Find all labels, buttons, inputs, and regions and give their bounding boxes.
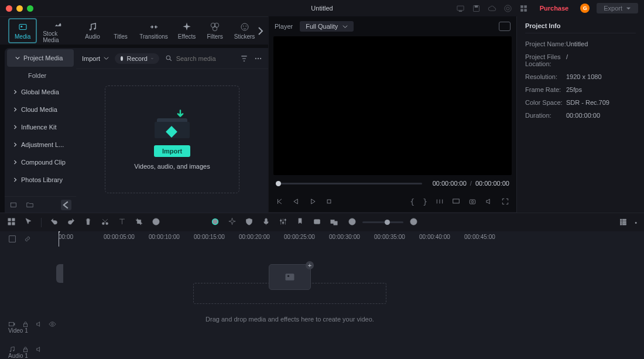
camera-icon[interactable] [468,197,477,207]
svg-point-17 [241,23,248,30]
save-icon[interactable] [472,4,481,13]
quality-dropdown[interactable]: Full Quality [300,21,354,32]
tab-transitions[interactable]: Transitions [135,19,173,42]
marker-icon[interactable] [296,217,304,227]
new-bin-icon[interactable] [9,201,18,209]
shield-icon[interactable] [245,217,254,227]
play-button[interactable] [309,197,317,207]
crop-icon[interactable] [135,217,143,227]
tab-stickers[interactable]: Stickers [229,19,260,42]
stop-button[interactable] [325,197,333,207]
svg-point-16 [213,26,217,31]
maximize-window[interactable] [27,5,33,12]
color-icon[interactable] [211,217,220,227]
track-settings-icon[interactable] [8,235,16,243]
sidebar-item-photos-library[interactable]: Photos Library [5,171,76,189]
mute-icon[interactable] [35,320,43,328]
mark-out[interactable]: } [423,197,427,206]
mute-icon[interactable] [35,346,43,353]
tab-effects[interactable]: Effects [173,19,201,42]
delete-icon[interactable] [84,217,93,227]
sidebar-item-global-media[interactable]: Global Media [5,83,76,101]
track-view-icon[interactable] [619,217,628,227]
cut-icon[interactable] [101,217,109,227]
chevron-down-icon [626,6,631,11]
grid-icon[interactable] [7,217,16,227]
snapshot-icon[interactable] [499,22,511,31]
link-icon[interactable] [23,235,32,243]
speed-icon[interactable] [152,217,160,227]
new-folder-icon[interactable] [26,201,34,209]
undo-icon[interactable] [50,217,59,227]
record-dropdown[interactable]: Record [115,53,159,64]
minimize-window[interactable] [16,5,23,12]
zoom-out-icon[interactable] [348,217,357,227]
user-avatar[interactable]: G [580,4,590,13]
display-icon[interactable] [452,197,460,207]
timeline-ruler[interactable]: 00:0000:00:05:0000:00:10:0000:00:15:0000… [59,231,644,247]
sidebar-item-project-media[interactable]: Project Media [7,49,74,67]
group-icon[interactable] [330,217,338,227]
folder-art [155,109,190,138]
play-rev-button[interactable] [292,197,300,207]
cloud-icon[interactable] [488,4,496,13]
library-tabs: MediaStock MediaAudioTitlesTransitionsEf… [0,16,268,45]
audio-track-icon[interactable] [8,346,16,353]
add-clip-icon[interactable]: + [306,261,314,269]
lock-icon[interactable] [22,320,29,328]
filter-icon[interactable] [240,54,248,63]
zoom-slider[interactable] [362,221,403,223]
purchase-button[interactable]: Purchase [535,4,574,13]
sidebar-item-adjustment-l-[interactable]: Adjustment L... [5,136,76,153]
keyframe-icon[interactable] [313,217,321,227]
close-window[interactable] [6,5,12,12]
video-preview[interactable] [273,36,512,175]
markers-icon[interactable] [436,197,444,207]
tabs-more-icon[interactable] [258,27,263,35]
export-button[interactable]: Export [597,3,638,13]
ruler-tick: 00:00:05:00 [104,234,135,240]
more-icon[interactable] [254,54,262,63]
sidebar-item-compound-clip[interactable]: Compound Clip [5,153,76,171]
search-box[interactable] [165,54,229,62]
svg-point-4 [505,5,511,11]
text-icon[interactable] [118,217,126,227]
video-track-icon[interactable] [8,320,16,328]
mixer-icon[interactable] [279,217,287,227]
progress-scrubber[interactable] [276,183,422,184]
mic-icon[interactable] [262,217,270,227]
prev-frame-button[interactable] [276,197,284,207]
tab-audio[interactable]: Audio [78,19,107,42]
mute-icon[interactable] [485,197,493,207]
redo-icon[interactable] [67,217,76,227]
effects-icon[interactable] [228,217,237,227]
tab-titles[interactable]: Titles [107,19,135,42]
tab-filters[interactable]: Filters [201,19,229,42]
mark-in[interactable]: { [410,197,415,206]
svg-rect-51 [622,221,626,223]
media-toolbar: Import Record [76,48,268,69]
import-button[interactable]: Import [154,145,190,157]
sidebar-sub-folder[interactable]: Folder [5,68,76,83]
timeline[interactable]: + Drag and drop media and effects here t… [0,247,644,359]
zoom-in-icon[interactable] [409,217,418,227]
help-icon[interactable] [503,4,512,13]
visibility-icon[interactable] [49,320,56,328]
svg-rect-33 [12,223,15,225]
clip-stub[interactable] [56,264,63,283]
import-dropdown[interactable]: Import [82,55,109,62]
sidebar-item-influence-kit[interactable]: Influence Kit [5,118,76,136]
device-icon[interactable] [456,4,465,13]
pointer-icon[interactable] [24,217,33,227]
sidebar-item-cloud-media[interactable]: Cloud Media [5,101,76,118]
import-dropzone[interactable]: Import Videos, audio, and images [105,86,239,193]
fullscreen-icon[interactable] [501,197,509,207]
search-input[interactable] [176,55,229,62]
placeholder-thumb[interactable]: + [269,264,311,290]
svg-rect-20 [11,203,16,207]
apps-icon[interactable] [519,4,528,13]
tab-media[interactable]: Media [8,18,37,43]
lock-icon[interactable] [22,346,29,353]
tab-stock-media[interactable]: Stock Media [37,16,78,46]
sidebar-collapse[interactable] [61,200,71,210]
